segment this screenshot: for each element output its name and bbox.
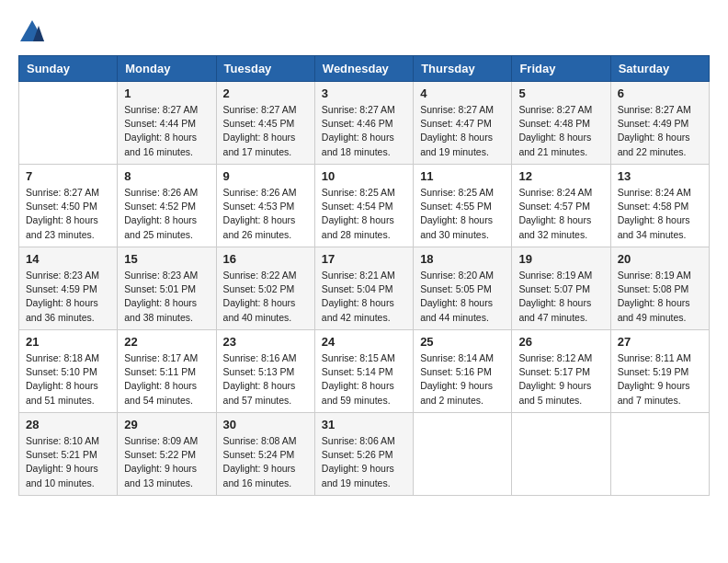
day-number: 5 bbox=[518, 86, 603, 100]
day-number: 11 bbox=[420, 169, 505, 183]
day-number: 14 bbox=[26, 252, 110, 266]
calendar-cell: 24 Sunrise: 8:15 AMSunset: 5:14 PMDaylig… bbox=[314, 330, 413, 413]
calendar-cell: 16 Sunrise: 8:22 AMSunset: 5:02 PMDaylig… bbox=[216, 247, 314, 330]
calendar-cell: 11 Sunrise: 8:25 AMSunset: 4:55 PMDaylig… bbox=[414, 165, 512, 247]
day-number: 19 bbox=[518, 252, 603, 266]
day-number: 4 bbox=[420, 86, 505, 100]
day-number: 13 bbox=[618, 169, 702, 183]
weekday-header: Friday bbox=[512, 56, 610, 82]
calendar-cell: 3 Sunrise: 8:27 AMSunset: 4:46 PMDayligh… bbox=[314, 82, 413, 165]
day-info: Sunrise: 8:10 AMSunset: 5:21 PMDaylight:… bbox=[26, 434, 110, 490]
calendar-cell bbox=[414, 413, 512, 496]
day-number: 23 bbox=[223, 335, 308, 349]
day-number: 12 bbox=[518, 169, 603, 183]
day-info: Sunrise: 8:09 AMSunset: 5:22 PMDaylight:… bbox=[124, 434, 209, 490]
calendar-cell: 13 Sunrise: 8:24 AMSunset: 4:58 PMDaylig… bbox=[610, 165, 709, 247]
calendar-cell bbox=[512, 413, 610, 496]
calendar-week-row: 7 Sunrise: 8:27 AMSunset: 4:50 PMDayligh… bbox=[19, 165, 710, 247]
day-info: Sunrise: 8:16 AMSunset: 5:13 PMDaylight:… bbox=[223, 351, 308, 408]
day-info: Sunrise: 8:23 AMSunset: 5:01 PMDaylight:… bbox=[124, 269, 209, 325]
page-header bbox=[18, 18, 710, 46]
day-info: Sunrise: 8:21 AMSunset: 5:04 PMDaylight:… bbox=[322, 269, 406, 325]
day-info: Sunrise: 8:11 AMSunset: 5:19 PMDaylight:… bbox=[618, 351, 702, 408]
day-number: 30 bbox=[223, 418, 308, 431]
day-number: 25 bbox=[420, 335, 505, 349]
calendar-cell: 4 Sunrise: 8:27 AMSunset: 4:47 PMDayligh… bbox=[414, 82, 512, 165]
weekday-header: Tuesday bbox=[216, 56, 314, 82]
day-info: Sunrise: 8:18 AMSunset: 5:10 PMDaylight:… bbox=[26, 351, 110, 408]
day-number: 26 bbox=[518, 335, 603, 349]
day-info: Sunrise: 8:25 AMSunset: 4:55 PMDaylight:… bbox=[420, 186, 505, 242]
calendar-cell: 6 Sunrise: 8:27 AMSunset: 4:49 PMDayligh… bbox=[610, 82, 709, 165]
calendar-cell: 20 Sunrise: 8:19 AMSunset: 5:08 PMDaylig… bbox=[610, 247, 709, 330]
calendar-cell: 18 Sunrise: 8:20 AMSunset: 5:05 PMDaylig… bbox=[414, 247, 512, 330]
calendar-cell: 23 Sunrise: 8:16 AMSunset: 5:13 PMDaylig… bbox=[216, 330, 314, 413]
day-info: Sunrise: 8:15 AMSunset: 5:14 PMDaylight:… bbox=[322, 351, 406, 408]
day-number: 8 bbox=[124, 169, 209, 183]
day-number: 24 bbox=[322, 335, 406, 349]
calendar-cell bbox=[19, 82, 118, 165]
calendar-week-row: 14 Sunrise: 8:23 AMSunset: 4:59 PMDaylig… bbox=[19, 247, 710, 330]
day-info: Sunrise: 8:25 AMSunset: 4:54 PMDaylight:… bbox=[322, 186, 406, 242]
calendar-cell: 31 Sunrise: 8:06 AMSunset: 5:26 PMDaylig… bbox=[314, 413, 413, 496]
calendar-cell: 5 Sunrise: 8:27 AMSunset: 4:48 PMDayligh… bbox=[512, 82, 610, 165]
calendar-cell: 14 Sunrise: 8:23 AMSunset: 4:59 PMDaylig… bbox=[19, 247, 118, 330]
calendar-week-row: 28 Sunrise: 8:10 AMSunset: 5:21 PMDaylig… bbox=[19, 413, 710, 496]
day-info: Sunrise: 8:08 AMSunset: 5:24 PMDaylight:… bbox=[223, 434, 308, 490]
logo-icon bbox=[18, 18, 46, 46]
day-info: Sunrise: 8:26 AMSunset: 4:52 PMDaylight:… bbox=[124, 186, 209, 242]
day-info: Sunrise: 8:14 AMSunset: 5:16 PMDaylight:… bbox=[420, 351, 505, 408]
weekday-header: Saturday bbox=[610, 56, 709, 82]
day-number: 16 bbox=[223, 252, 308, 266]
calendar-cell: 21 Sunrise: 8:18 AMSunset: 5:10 PMDaylig… bbox=[19, 330, 118, 413]
weekday-header: Thursday bbox=[414, 56, 512, 82]
calendar-cell: 29 Sunrise: 8:09 AMSunset: 5:22 PMDaylig… bbox=[118, 413, 216, 496]
day-info: Sunrise: 8:23 AMSunset: 4:59 PMDaylight:… bbox=[26, 269, 110, 325]
weekday-header-row: SundayMondayTuesdayWednesdayThursdayFrid… bbox=[19, 56, 710, 82]
calendar-cell: 1 Sunrise: 8:27 AMSunset: 4:44 PMDayligh… bbox=[118, 82, 216, 165]
day-number: 9 bbox=[223, 169, 308, 183]
calendar-cell: 12 Sunrise: 8:24 AMSunset: 4:57 PMDaylig… bbox=[512, 165, 610, 247]
calendar-cell: 22 Sunrise: 8:17 AMSunset: 5:11 PMDaylig… bbox=[118, 330, 216, 413]
calendar-week-row: 1 Sunrise: 8:27 AMSunset: 4:44 PMDayligh… bbox=[19, 82, 710, 165]
day-number: 1 bbox=[124, 86, 209, 100]
day-info: Sunrise: 8:12 AMSunset: 5:17 PMDaylight:… bbox=[518, 351, 603, 408]
day-info: Sunrise: 8:27 AMSunset: 4:44 PMDaylight:… bbox=[124, 103, 209, 159]
day-info: Sunrise: 8:19 AMSunset: 5:07 PMDaylight:… bbox=[518, 269, 603, 325]
calendar-cell: 19 Sunrise: 8:19 AMSunset: 5:07 PMDaylig… bbox=[512, 247, 610, 330]
day-info: Sunrise: 8:22 AMSunset: 5:02 PMDaylight:… bbox=[223, 269, 308, 325]
day-info: Sunrise: 8:26 AMSunset: 4:53 PMDaylight:… bbox=[223, 186, 308, 242]
day-info: Sunrise: 8:27 AMSunset: 4:49 PMDaylight:… bbox=[618, 103, 702, 159]
calendar-table: SundayMondayTuesdayWednesdayThursdayFrid… bbox=[18, 55, 710, 496]
day-info: Sunrise: 8:19 AMSunset: 5:08 PMDaylight:… bbox=[618, 269, 702, 325]
day-number: 3 bbox=[322, 86, 406, 100]
logo bbox=[18, 18, 50, 46]
day-number: 29 bbox=[124, 418, 209, 431]
day-number: 21 bbox=[26, 335, 110, 349]
day-info: Sunrise: 8:27 AMSunset: 4:47 PMDaylight:… bbox=[420, 103, 505, 159]
day-info: Sunrise: 8:24 AMSunset: 4:58 PMDaylight:… bbox=[618, 186, 702, 242]
day-info: Sunrise: 8:27 AMSunset: 4:48 PMDaylight:… bbox=[518, 103, 603, 159]
day-info: Sunrise: 8:27 AMSunset: 4:50 PMDaylight:… bbox=[26, 186, 110, 242]
day-number: 28 bbox=[26, 418, 110, 431]
day-info: Sunrise: 8:27 AMSunset: 4:45 PMDaylight:… bbox=[223, 103, 308, 159]
calendar-cell: 30 Sunrise: 8:08 AMSunset: 5:24 PMDaylig… bbox=[216, 413, 314, 496]
calendar-cell: 28 Sunrise: 8:10 AMSunset: 5:21 PMDaylig… bbox=[19, 413, 118, 496]
calendar-cell: 7 Sunrise: 8:27 AMSunset: 4:50 PMDayligh… bbox=[19, 165, 118, 247]
day-number: 18 bbox=[420, 252, 505, 266]
day-info: Sunrise: 8:24 AMSunset: 4:57 PMDaylight:… bbox=[518, 186, 603, 242]
weekday-header: Wednesday bbox=[314, 56, 413, 82]
day-info: Sunrise: 8:17 AMSunset: 5:11 PMDaylight:… bbox=[124, 351, 209, 408]
calendar-cell: 26 Sunrise: 8:12 AMSunset: 5:17 PMDaylig… bbox=[512, 330, 610, 413]
day-number: 2 bbox=[223, 86, 308, 100]
day-number: 7 bbox=[26, 169, 110, 183]
calendar-week-row: 21 Sunrise: 8:18 AMSunset: 5:10 PMDaylig… bbox=[19, 330, 710, 413]
calendar-cell: 8 Sunrise: 8:26 AMSunset: 4:52 PMDayligh… bbox=[118, 165, 216, 247]
day-info: Sunrise: 8:27 AMSunset: 4:46 PMDaylight:… bbox=[322, 103, 406, 159]
day-number: 31 bbox=[322, 418, 406, 431]
day-number: 27 bbox=[618, 335, 702, 349]
calendar-cell: 27 Sunrise: 8:11 AMSunset: 5:19 PMDaylig… bbox=[610, 330, 709, 413]
calendar-cell: 15 Sunrise: 8:23 AMSunset: 5:01 PMDaylig… bbox=[118, 247, 216, 330]
day-info: Sunrise: 8:20 AMSunset: 5:05 PMDaylight:… bbox=[420, 269, 505, 325]
day-number: 10 bbox=[322, 169, 406, 183]
